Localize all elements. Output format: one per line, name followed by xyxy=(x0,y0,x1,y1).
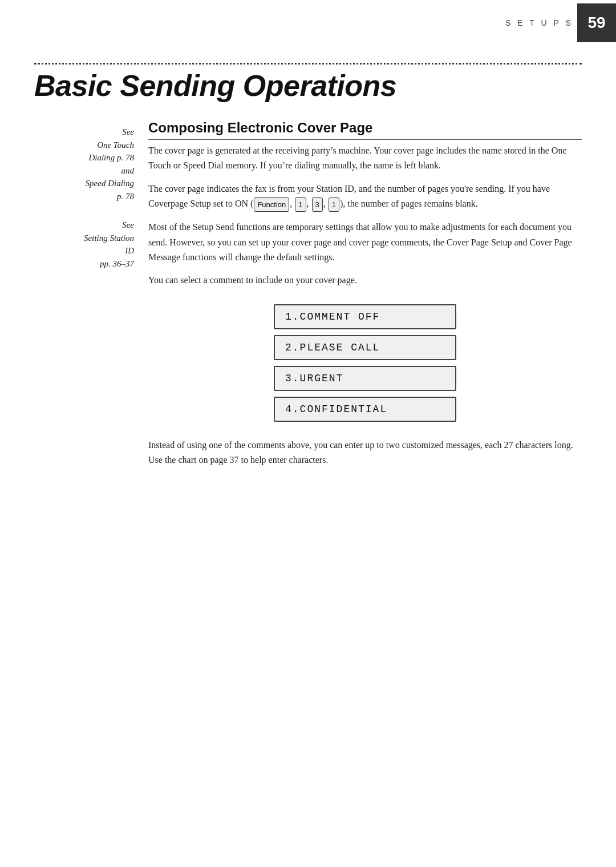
sidebar-ref1-line4: and xyxy=(34,164,134,178)
paragraph-1: The cover page is generated at the recei… xyxy=(148,143,582,174)
sidebar-reference-2: See Setting Station ID pp. 36–37 xyxy=(34,219,134,270)
sidebar-ref1-line5: Speed Dialing xyxy=(34,177,134,190)
key-1b: 1 xyxy=(329,197,339,212)
sidebar: See One Touch Dialing p. 78 and Speed Di… xyxy=(34,126,134,286)
paragraph-4: You can select a comment to include on y… xyxy=(148,273,582,288)
sidebar-ref2-line1: See xyxy=(34,219,134,232)
sidebar-ref1-line1: See xyxy=(34,126,134,139)
main-content: Composing Electronic Cover Page The cove… xyxy=(148,120,582,476)
sidebar-ref2-line4: pp. 36–37 xyxy=(34,257,134,271)
sidebar-ref2-line3: ID xyxy=(34,244,134,257)
lcd-option-4: 4.CONFIDENTIAL xyxy=(274,397,456,422)
sidebar-ref2-line2: Setting Station xyxy=(34,232,134,245)
sidebar-reference-1: See One Touch Dialing p. 78 and Speed Di… xyxy=(34,126,134,203)
sidebar-ref1-line2: One Touch xyxy=(34,139,134,152)
paragraph-3: Most of the Setup Send functions are tem… xyxy=(148,220,582,265)
content-area: See One Touch Dialing p. 78 and Speed Di… xyxy=(34,120,582,833)
page-header: S E T U P S E N D 59 xyxy=(0,0,616,46)
sidebar-ref1-line6: p. 78 xyxy=(34,190,134,203)
lcd-option-1: 1.COMMENT OFF xyxy=(274,304,456,329)
section-heading: Composing Electronic Cover Page xyxy=(148,120,582,140)
key-3: 3 xyxy=(312,197,323,212)
lcd-option-3: 3.URGENT xyxy=(274,366,456,391)
footer-paragraph: Instead of using one of the comments abo… xyxy=(148,438,582,468)
page-title: Basic Sending Operations xyxy=(34,68,396,103)
lcd-option-2: 2.PLEASE CALL xyxy=(274,335,456,360)
page-number: 59 xyxy=(577,3,616,42)
key-function: Function xyxy=(254,197,289,212)
key-1: 1 xyxy=(295,197,306,212)
sidebar-ref1-line3: Dialing p. 78 xyxy=(34,151,134,164)
dot-separator xyxy=(34,63,582,64)
lcd-menu: 1.COMMENT OFF 2.PLEASE CALL 3.URGENT 4.C… xyxy=(274,304,456,422)
paragraph-2: The cover page indicates the fax is from… xyxy=(148,182,582,212)
